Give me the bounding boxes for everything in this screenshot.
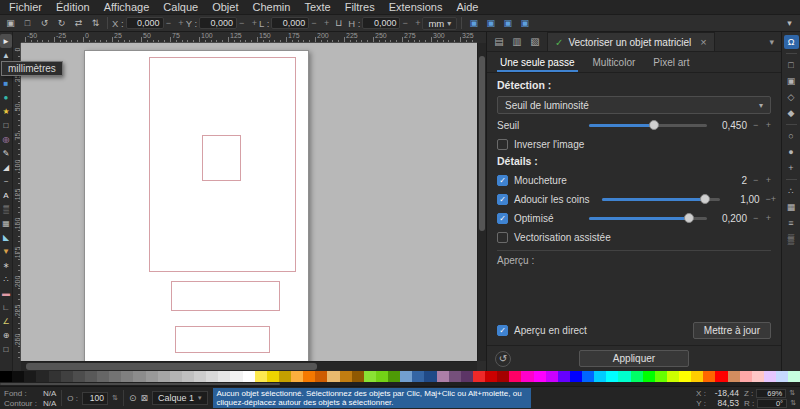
palette-swatch-60[interactable]: [728, 371, 740, 382]
text-tool[interactable]: A: [0, 188, 12, 202]
palette-swatch-37[interactable]: [449, 371, 461, 382]
palette-swatch-21[interactable]: [255, 371, 267, 382]
slider-knob[interactable]: [684, 213, 694, 223]
optimize-increment[interactable]: +: [766, 213, 771, 223]
canvas-rect-2[interactable]: [202, 135, 241, 181]
palette-swatch-57[interactable]: [691, 371, 703, 382]
menu-item-0[interactable]: Fichier: [2, 0, 49, 14]
canvas-rect-4[interactable]: [175, 326, 270, 353]
dock-icon-swatches[interactable]: ▤: [491, 34, 507, 50]
palette-swatch-53[interactable]: [643, 371, 655, 382]
star-tool[interactable]: ★: [0, 104, 12, 118]
menu-item-3[interactable]: Calque: [156, 0, 205, 14]
trace-tab-0[interactable]: Une seule passe: [491, 52, 584, 72]
vertical-ruler[interactable]: 0255075100125150175200225250: [13, 43, 21, 361]
palette-swatch-45[interactable]: [546, 371, 558, 382]
palette-swatch-47[interactable]: [570, 371, 582, 382]
snap-bbox-edges-icon[interactable]: ▣: [784, 74, 799, 88]
y-field-input[interactable]: 0,000: [199, 17, 237, 29]
x-field-input[interactable]: 0,000: [126, 17, 164, 29]
height-decrement[interactable]: −: [402, 18, 407, 28]
rotate-cw-icon[interactable]: ↻: [54, 16, 69, 30]
node-tool[interactable]: ▲: [0, 48, 12, 62]
gradient-tool[interactable]: ▒: [0, 202, 12, 216]
optimize-decrement[interactable]: −: [753, 213, 758, 223]
invert-checkbox[interactable]: [497, 139, 508, 150]
palette-swatch-36[interactable]: [437, 371, 449, 382]
palette-swatch-49[interactable]: [594, 371, 606, 382]
speckles-increment[interactable]: +: [766, 175, 771, 185]
palette-swatch-16[interactable]: [194, 371, 206, 382]
trace-tab-1[interactable]: Multicolor: [584, 52, 645, 72]
live-preview-checkbox[interactable]: ✓: [497, 325, 508, 336]
menu-item-7[interactable]: Filtres: [338, 0, 382, 14]
eraser-tool[interactable]: ▬: [0, 286, 12, 300]
palette-swatch-15[interactable]: [182, 371, 194, 382]
calligraphy-tool[interactable]: ~: [0, 174, 12, 188]
palette-swatch-26[interactable]: [315, 371, 327, 382]
apply-button[interactable]: Appliquer: [579, 350, 689, 367]
dock-icon-objects[interactable]: ▥: [509, 34, 525, 50]
palette-swatch-58[interactable]: [703, 371, 715, 382]
opacity-input[interactable]: 100: [82, 392, 108, 405]
palette-swatch-40[interactable]: [485, 371, 497, 382]
palette-swatch-12[interactable]: [146, 371, 158, 382]
layer-lock-icon[interactable]: ⊠: [140, 393, 148, 403]
scale-stroke-toggle[interactable]: ▣: [466, 16, 481, 30]
canvas-viewport[interactable]: [21, 43, 477, 361]
deselect-icon[interactable]: □: [20, 16, 35, 30]
menu-item-6[interactable]: Texte: [297, 0, 337, 14]
zoom-tool[interactable]: ⊕: [0, 328, 12, 342]
horizontal-ruler[interactable]: -50-250255075100125150175200225250275300…: [21, 32, 477, 43]
speckles-value[interactable]: 2: [713, 175, 747, 186]
palette-swatch-13[interactable]: [158, 371, 170, 382]
palette-swatch-30[interactable]: [364, 371, 376, 382]
menu-item-4[interactable]: Objet: [205, 0, 245, 14]
snap-grid-icon[interactable]: ▦: [784, 200, 799, 214]
palette-swatch-10[interactable]: [121, 371, 133, 382]
palette-scrollbar[interactable]: [0, 382, 800, 386]
threshold-decrement[interactable]: −: [753, 120, 758, 130]
width-field-input[interactable]: 0,000: [271, 17, 309, 29]
palette-swatch-9[interactable]: [109, 371, 121, 382]
snap-others-icon[interactable]: ∴: [784, 184, 799, 198]
palette-swatch-44[interactable]: [534, 371, 546, 382]
palette-swatch-54[interactable]: [655, 371, 667, 382]
palette-swatch-50[interactable]: [606, 371, 618, 382]
snap-bbox-icon[interactable]: □: [784, 58, 799, 72]
smooth-corners-slider[interactable]: [602, 193, 720, 205]
style-indicator[interactable]: Fond : N/A Contour : N/A: [4, 389, 56, 408]
x-increment[interactable]: +: [178, 18, 183, 28]
optimize-slider[interactable]: [589, 212, 707, 224]
zoom-input[interactable]: 69%: [756, 389, 786, 398]
palette-swatch-29[interactable]: [352, 371, 364, 382]
snap-cusp-nodes-icon[interactable]: ●: [784, 145, 799, 159]
palette-swatch-33[interactable]: [400, 371, 412, 382]
snap-paths-icon[interactable]: ○: [784, 129, 799, 143]
tweak-tool[interactable]: ∗: [0, 258, 12, 272]
layer-select[interactable]: Calque 1 ▾: [152, 391, 208, 405]
palette-swatch-32[interactable]: [388, 371, 400, 382]
threshold-slider[interactable]: [589, 119, 707, 131]
slider-knob[interactable]: [700, 194, 710, 204]
palette-swatch-61[interactable]: [740, 371, 752, 382]
palette-swatch-8[interactable]: [97, 371, 109, 382]
palette-swatch-24[interactable]: [291, 371, 303, 382]
width-increment[interactable]: +: [324, 18, 329, 28]
scale-gradient-toggle[interactable]: ▣: [500, 16, 515, 30]
sioux-checkbox[interactable]: [497, 232, 508, 243]
palette-swatch-3[interactable]: [36, 371, 48, 382]
palette-swatch-62[interactable]: [752, 371, 764, 382]
menu-item-8[interactable]: Extensions: [382, 0, 450, 14]
palette-swatch-5[interactable]: [61, 371, 73, 382]
lock-ratio-toggle[interactable]: ⊔: [331, 16, 346, 30]
chevron-down-icon[interactable]: ▾: [769, 37, 777, 47]
palette-swatch-39[interactable]: [473, 371, 485, 382]
selector-tool[interactable]: ►: [0, 34, 12, 48]
palette-swatch-0[interactable]: [0, 371, 12, 382]
optimize-value[interactable]: 0,200: [713, 213, 747, 224]
scale-pattern-toggle[interactable]: ▣: [517, 16, 532, 30]
palette-scrollbar-thumb[interactable]: [0, 383, 280, 385]
palette-swatch-34[interactable]: [412, 371, 424, 382]
palette-swatch-28[interactable]: [340, 371, 352, 382]
